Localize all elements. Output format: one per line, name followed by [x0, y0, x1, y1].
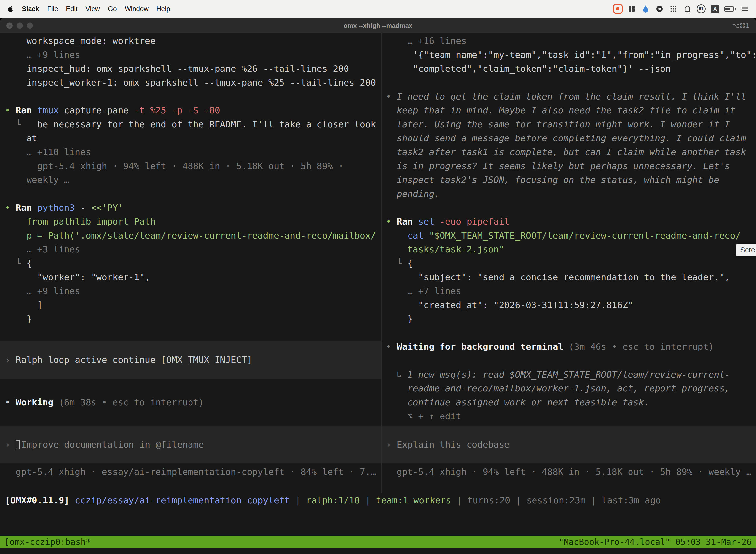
terminal-line [382, 326, 756, 340]
zoom-button[interactable] [27, 22, 33, 29]
tooltip-text: Scre [740, 246, 755, 254]
tmux-host-clock: "MacBook-Pro-44.local" 05:03 31-Mar-26 [559, 536, 752, 548]
terminal-line: gpt-5.4 xhigh · 94% left · 488K in · 5.1… [0, 159, 381, 173]
input-source-letter: A [711, 5, 719, 13]
window-grid-icon[interactable] [627, 3, 636, 14]
terminal-line: ⌥ + ↑ edit [382, 409, 756, 423]
terminal-line: gpt-5.4 xhigh · 94% left · 488K in · 5.1… [382, 465, 756, 479]
composer-input[interactable]: › Explain this codebase [382, 426, 756, 463]
terminal-content: workspace_mode: worktree … +9 lines insp… [0, 33, 756, 554]
terminal-line: readme-and-reco/mailbox/worker-1.json, a… [382, 382, 756, 395]
terminal-line: └ be necessary for the end of the README… [0, 117, 381, 131]
menu-bar-left: SlackFileEditViewGoWindowHelp [0, 5, 174, 13]
terminal-line: › Explain this codebase [382, 438, 756, 451]
terminal-line [0, 90, 381, 104]
terminal-line: p = Path('.omx/state/team/review-current… [0, 229, 381, 242]
dots-grid-icon[interactable] [669, 3, 678, 14]
terminal-line: "subject": "send a concise recommendatio… [382, 270, 756, 284]
tmux-session-name: [omx-cczip0:bash* [4, 536, 91, 548]
terminal-line: } [0, 312, 381, 326]
terminal-line: … +3 lines [0, 242, 381, 257]
terminal-line: inspect task2's JSON, focusing on the st… [382, 173, 756, 187]
menu-bar-status-icons: 61 A [613, 3, 756, 14]
terminal-line: continue assigned work or next feasible … [382, 395, 756, 409]
terminal-line: … +110 lines [0, 145, 381, 159]
menu-view[interactable]: View [82, 5, 104, 13]
terminal-line: workspace_mode: worktree [0, 34, 381, 48]
close-button[interactable]: × [6, 22, 13, 29]
ralph-inject-banner[interactable]: › Ralph loop active continue [OMX_TMUX_I… [0, 340, 381, 379]
window-title: omx --xhigh --madmax [343, 22, 412, 30]
terminal-line: task2 after task1 is complete, but can I… [382, 145, 756, 159]
terminal-line: keep that in mind. Maybe I also need the… [382, 104, 756, 117]
terminal-line: › Improve documentation in @filename [0, 438, 381, 451]
terminal-line: inspect_hud: omx sparkshell --tmux-pane … [0, 62, 381, 76]
omx-session-status-line: [OMX#0.11.9] cczip/essay/ai-reimplementa… [0, 493, 756, 507]
terminal-line: gpt-5.4 xhigh · essay/ai-reimplementatio… [0, 465, 381, 479]
terminal-line: … +16 lines [382, 34, 756, 48]
minimize-button[interactable] [17, 22, 23, 29]
terminal-line: "worker": "worker-1", [0, 270, 381, 284]
menu-slack[interactable]: Slack [18, 5, 44, 13]
input-source-icon[interactable]: A [710, 3, 720, 14]
agent-pane-right: … +16 lines '{"team_name":"my-team","tas… [382, 33, 756, 479]
terminal-line: should send a message before completing … [382, 131, 756, 145]
ghost-icon[interactable] [683, 3, 692, 14]
terminal-line: … +9 lines [0, 48, 381, 62]
terminal-line [382, 354, 756, 368]
menu-go[interactable]: Go [104, 5, 121, 13]
menu-lines-icon[interactable] [740, 3, 750, 14]
terminal-line: is in progress? It seems likely but perh… [382, 159, 756, 173]
terminal-line: [OMX#0.11.9] cczip/essay/ai-reimplementa… [0, 493, 756, 507]
battery-icon[interactable] [724, 3, 736, 14]
apple-menu-icon[interactable] [7, 5, 14, 13]
menu-window[interactable]: Window [121, 5, 152, 13]
terminal-line: … +7 lines [382, 284, 756, 298]
terminal-line: '{"team_name":"my-team","task_id":"1","f… [382, 48, 756, 62]
terminal-line: • Working (6m 38s • esc to interrupt) [0, 395, 381, 409]
screen-notification-tooltip: Scre [736, 244, 756, 257]
battery-ring-value: 61 [697, 4, 706, 13]
composer-input[interactable]: › Improve documentation in @filename [0, 426, 381, 463]
terminal-line: inspect_worker-1: omx sparkshell --tmux-… [0, 76, 381, 90]
text-cursor [16, 440, 20, 449]
menu-help[interactable]: Help [152, 5, 174, 13]
terminal-line: "created_at": "2026-03-31T11:59:27.816Z" [382, 298, 756, 312]
window-shortcut-hint: ⌥⌘1 [732, 22, 750, 29]
terminal-line: pending. [382, 187, 756, 201]
terminal-line: • Ran tmux capture-pane -t %25 -p -S -80 [0, 104, 381, 117]
terminal-line [0, 187, 381, 201]
terminal-window: × omx --xhigh --madmax ⌥⌘1 workspace_mod… [0, 18, 756, 554]
circle-app-icon[interactable] [655, 3, 664, 14]
menu-edit[interactable]: Edit [62, 5, 82, 13]
menu-items: SlackFileEditViewGoWindowHelp [18, 5, 174, 13]
terminal-line: • Waiting for background terminal (3m 46… [382, 340, 756, 354]
terminal-line: … +9 lines [0, 284, 381, 298]
terminal-line: tasks/task-2.json" [382, 242, 756, 257]
terminal-line [0, 326, 381, 340]
terminal-line: └ { [0, 257, 381, 270]
terminal-line: "completed","claim_token":"claim-token"}… [382, 62, 756, 76]
traffic-lights: × [6, 22, 33, 29]
terminal-line: later. Using the same for transition mig… [382, 117, 756, 131]
terminal-line [382, 201, 756, 215]
terminal-line: from pathlib import Path [0, 215, 381, 229]
terminal-line: at [0, 131, 381, 145]
agent-pane-left: workspace_mode: worktree … +9 lines insp… [0, 33, 381, 479]
terminal-line: cat "$OMX_TEAM_STATE_ROOT/team/review-cu… [382, 229, 756, 242]
macos-menu-bar: SlackFileEditViewGoWindowHelp 61 [0, 0, 756, 18]
terminal-line: › Ralph loop active continue [OMX_TMUX_I… [0, 353, 381, 367]
terminal-line: • Ran python3 - <<'PY' [0, 201, 381, 215]
menu-file[interactable]: File [44, 5, 62, 13]
battery-ring-badge[interactable]: 61 [696, 3, 706, 14]
terminal-line: } [382, 312, 756, 326]
terminal-line: weekly … [0, 173, 381, 187]
terminal-line: ] [0, 298, 381, 312]
terminal-line: └ { [382, 257, 756, 270]
window-title-bar[interactable]: × omx --xhigh --madmax ⌥⌘1 [0, 18, 756, 34]
terminal-line: • I need to get the claim token from the… [382, 90, 756, 104]
tmux-status-bar: [omx-cczip0:bash* "MacBook-Pro-44.local"… [0, 536, 756, 548]
terminal-line: ↳ 1 new msg(s): read $OMX_TEAM_STATE_ROO… [382, 368, 756, 382]
water-drop-icon[interactable] [641, 3, 650, 14]
screen-recording-stop-icon[interactable] [613, 3, 623, 14]
